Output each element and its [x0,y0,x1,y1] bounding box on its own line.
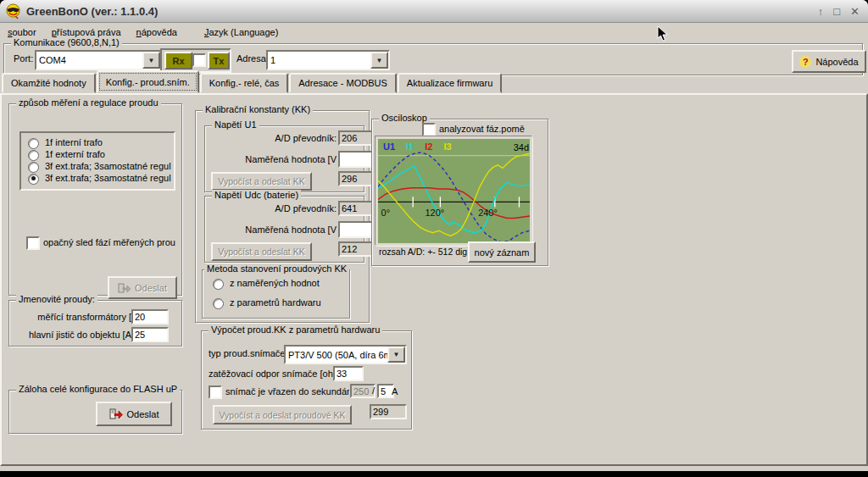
zatezovaci-odpor-label: zatěžovací odpor snímače [ohm [209,369,334,379]
app-window: GreenBonO (ver.: 1.1.0.4) ↑ □ ✕ soubor p… [0,0,868,471]
axis-label-0°: 0° [381,208,391,218]
adresa-value: 1 [268,55,370,65]
tab-page-konfig-proud-snim: způsob měření a regulace proudu 1f inter… [0,93,868,466]
analyzovat-label: analyzovat fáz.pomě [439,124,525,134]
radio-label: z naměřených hodnot [230,278,320,288]
radio-z-namerenych-hodnot[interactable] [213,279,224,290]
proudove-kk-value [370,404,407,419]
metoda-caption: Metoda stanovení proudových KK [204,263,349,274]
radio-1f-interni-trafo[interactable] [28,138,39,149]
tab-okamzite-hodnoty[interactable]: Okamžité hodnoty [2,73,96,93]
shade-window-icon[interactable]: ↑ [818,5,824,18]
radio-label: 1f externí trafo [45,149,105,159]
adc-label: A/D převodník: [205,133,337,143]
zatezovaci-odpor-input[interactable] [333,366,364,381]
napoveda-button-label: Nápověda [815,57,858,67]
app-logo-smiley-icon [5,3,21,19]
tab-adresace-modbus[interactable]: Adresace - MODBUS [289,73,397,93]
tx-indicator: Tx [208,52,230,69]
zpusob-mereni-groupbox: způsob měření a regulace proudu 1f inter… [8,103,182,296]
radio-3f-ext-trafa-a[interactable] [28,162,39,173]
port-combobox[interactable]: COM4 ▼ [35,50,162,70]
typ-snimace-label: typ proud.snímače [209,348,286,358]
vypocet-kk-groupbox: Výpočet proud.KK z parametrů hardwaru ty… [201,330,412,430]
u1-vypocist-button[interactable]: Vypočíst a odeslat KK [211,172,312,191]
sekundar-label: snímač je vřazen do sekundáru trafa [225,386,349,397]
opacny-sled-checkbox[interactable] [26,236,40,250]
menu-bar: soubor přístupová práva nápověda Jazyk (… [0,23,868,41]
napeti-u1-caption: Napětí U1 [212,119,259,130]
send-icon [118,283,131,293]
napeti-udc-groupbox: Napětí Udc (baterie) A/D převodník: Namě… [204,196,364,263]
menu-jazyk[interactable]: Jazyk (Language) [197,25,286,39]
radio-label: 3f ext.trafa; 3samostatné regul [45,173,171,183]
adc-label: A/D převodník: [205,203,337,214]
title-bar[interactable]: GreenBonO (ver.: 1.1.0.4) ↑ □ ✕ [0,0,868,23]
jmenovite-proudy-caption: Jmenovité proudy: [16,294,97,304]
odeslat-flash-button[interactable]: Odeslat [96,402,172,426]
measured-label: Naměřená hodnota [V [205,225,337,235]
port-value: COM4 [36,55,142,65]
jmenovite-proudy-groupbox: Jmenovité proudy: měřící transformátory … [8,300,182,347]
scope-legend: U1I1I2I3 [383,141,452,152]
merici-transformatory-input[interactable] [131,309,169,324]
napeti-udc-caption: Napětí Udc (baterie) [212,190,301,200]
odeslat-mode-button[interactable]: Odeslat [108,276,177,299]
odeslat-mode-label: Odeslat [135,283,167,293]
radio-1f-externi-trafo[interactable] [28,150,39,161]
rozsah-ad-note: rozsah A/D: +- 512 dig [379,247,467,257]
legend-i3: I3 [443,141,451,152]
komunikace-caption: Komunikace (9600,8,N,1) [11,37,122,47]
legend-i1: I1 [406,141,414,152]
chevron-down-icon[interactable]: ▼ [370,52,388,69]
novy-zaznam-label: nový záznam [475,247,530,258]
udc-vypocist-button[interactable]: Vypočíst a odeslat KK [211,242,312,261]
rx-tx-panel: Rx Tx [160,48,231,73]
typ-snimace-combobox[interactable]: PT3/V 500 (50A, díra 6mm ▼ [284,345,407,364]
tab-konfig-rele-cas[interactable]: Konfig.- relé, čas [200,73,289,93]
ratio-separator: / [372,385,375,396]
udc-measured-input[interactable] [338,221,373,238]
napeti-u1-groupbox: Napětí U1 A/D převodník: Naměřená hodnot… [204,125,364,192]
zpusob-mereni-caption: způsob měření a regulace proudu [16,97,161,108]
tab-konfig-proud-snim[interactable]: Konfig.- proud.sním. [97,70,199,93]
udc-vypocist-label: Vypočíst a odeslat KK [218,247,304,257]
u1-measured-input[interactable] [338,151,373,168]
radio-label: 1f interní trafo [45,137,103,147]
send-red-arrow-icon [109,408,123,419]
legend-u1: U1 [383,141,395,152]
adresa-combobox[interactable]: 1 ▼ [266,50,390,70]
scope-counter: 34d [514,142,529,153]
hlavni-jistic-input[interactable] [131,327,169,342]
oscilloscope-display: U1I1I2I3 34d 0°120°240° [376,136,532,246]
comm-checkbox[interactable] [192,53,206,67]
waveform-plot [378,139,530,243]
chevron-down-icon[interactable]: ▼ [387,347,405,363]
u1-adc-value [338,130,373,146]
tab-aktualizace-firmwaru[interactable]: Aktualizace firmwaru [398,73,502,93]
legend-i2: I2 [425,141,432,152]
menu-napoveda[interactable]: nápověda [129,25,185,39]
opacny-sled-label: opačný sled fází měřených prou [43,237,179,247]
axis-label-240°: 240° [478,208,498,218]
novy-zaznam-button[interactable]: nový záznam [468,241,536,263]
radio-3f-ext-trafa-b[interactable] [28,174,39,185]
window-title: GreenBonO (ver.: 1.1.0.4) [26,5,158,18]
oscilloscope-screen: U1I1I2I3 34d 0°120°240° [378,139,530,243]
mode-listbox: 1f interní trafo 1f externí trafo 3f ext… [19,131,175,191]
analyzovat-checkbox[interactable] [422,123,436,136]
maximize-window-icon[interactable]: □ [833,5,840,18]
metoda-groupbox: Metoda stanovení proudových KK z naměřen… [202,269,350,319]
vypocet-kk-caption: Výpočet proud.KK z parametrů hardwaru [209,324,382,335]
osciloskop-caption: Osciloskop [379,113,430,123]
ratio-unit-label: A [392,386,398,397]
radio-label: z parametrů hardwaru [230,297,321,308]
radio-z-parametru-hardwaru[interactable] [213,298,224,309]
tab-strip: Okamžité hodnoty Konfig.- proud.sním. Ko… [2,75,503,93]
measured-label: Naměřená hodnota [V [205,154,337,164]
chevron-down-icon[interactable]: ▼ [142,52,160,69]
napoveda-button[interactable]: ? Nápověda [792,50,866,73]
sekundar-checkbox[interactable] [209,385,222,399]
vypocist-proudove-kk-button[interactable]: Vypočíst a odeslat proudové KK [213,405,352,424]
close-window-icon[interactable]: ✕ [850,5,860,18]
